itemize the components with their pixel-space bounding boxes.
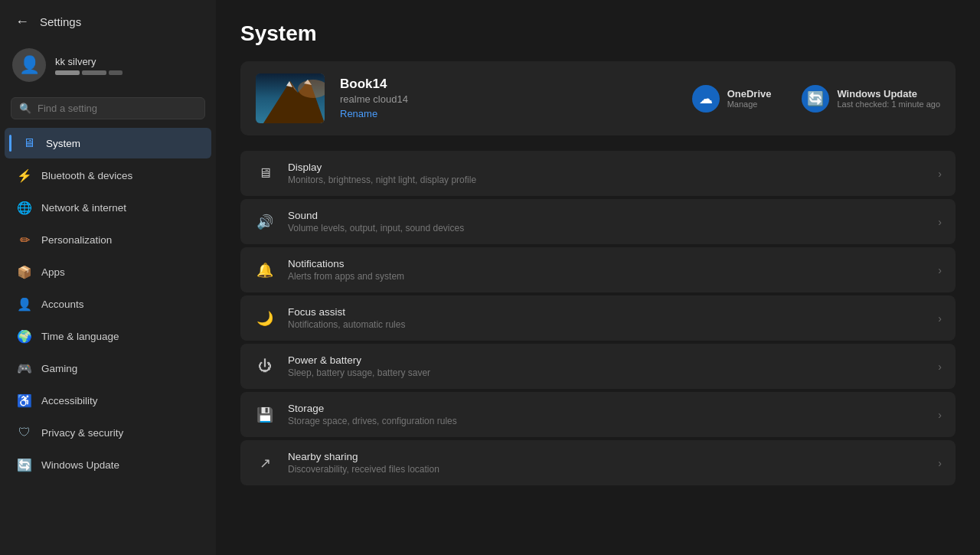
sidebar-item-label: Apps <box>41 266 65 278</box>
sidebar-item-label: Personalization <box>41 234 112 246</box>
sidebar-item-accessibility[interactable]: ♿ Accessibility <box>5 385 211 416</box>
notifications-text: Notifications Alerts from apps and syste… <box>288 258 926 282</box>
display-text: Display Monitors, brightness, night ligh… <box>288 162 926 185</box>
focus-assist-title: Focus assist <box>288 306 926 318</box>
storage-text: Storage Storage space, drives, configura… <box>288 403 926 426</box>
chevron-right-icon: › <box>938 409 942 421</box>
settings-row-sound[interactable]: 🔊 Sound Volume levels, output, input, so… <box>240 199 956 244</box>
notifications-sub: Alerts from apps and system <box>288 271 926 282</box>
sidebar-item-privacy[interactable]: 🛡 Privacy & security <box>5 417 211 448</box>
user-info: kk silvery <box>55 56 122 75</box>
nearby-sharing-sub: Discoverability, received files location <box>288 464 926 475</box>
display-sub: Monitors, brightness, night light, displ… <box>288 175 926 185</box>
notifications-icon: 🔔 <box>254 260 276 281</box>
storage-icon: 💾 <box>254 404 276 426</box>
network-icon: 🌐 <box>17 200 32 215</box>
main-content: System <box>216 0 980 555</box>
update-icon: 🔄 <box>17 457 32 472</box>
power-battery-sub: Sleep, battery usage, battery saver <box>288 367 926 378</box>
mountain-illustration <box>256 73 325 123</box>
settings-row-notifications[interactable]: 🔔 Notifications Alerts from apps and sys… <box>240 247 956 292</box>
settings-row-display[interactable]: 🖥 Display Monitors, brightness, night li… <box>240 151 956 196</box>
settings-row-storage[interactable]: 💾 Storage Storage space, drives, configu… <box>240 392 956 437</box>
display-icon: 🖥 <box>254 163 276 184</box>
accessibility-icon: ♿ <box>17 393 32 408</box>
sidebar-item-accounts[interactable]: 👤 Accounts <box>5 289 211 319</box>
sidebar-item-gaming[interactable]: 🎮 Gaming <box>5 353 211 384</box>
card-actions: ☁ OneDrive Manage 🔄 Windows Update Last … <box>692 85 940 113</box>
device-model: realme cloud14 <box>340 93 677 105</box>
page-title: System <box>240 21 956 46</box>
personalization-icon: ✏ <box>17 232 32 247</box>
settings-row-power-battery[interactable]: ⏻ Power & battery Sleep, battery usage, … <box>240 344 956 389</box>
app-title: Settings <box>40 15 81 28</box>
storage-sub: Storage space, drives, configuration rul… <box>288 416 926 426</box>
display-title: Display <box>288 162 926 173</box>
sidebar-item-apps[interactable]: 📦 Apps <box>5 256 211 287</box>
sound-sub: Volume levels, output, input, sound devi… <box>288 223 926 233</box>
user-bar <box>55 70 122 75</box>
sidebar-item-label: Privacy & security <box>41 427 123 439</box>
sidebar-item-system[interactable]: 🖥 System <box>5 128 211 158</box>
nearby-sharing-text: Nearby sharing Discoverability, received… <box>288 451 926 475</box>
avatar: 👤 <box>12 48 46 82</box>
sidebar: ← Settings 👤 kk silvery 🔍 🖥 System ⚡ Blu… <box>0 0 216 555</box>
focus-assist-sub: Notifications, automatic rules <box>288 319 926 330</box>
bar-segment-3 <box>109 70 122 75</box>
onedrive-action-text: OneDrive Manage <box>727 88 772 109</box>
onedrive-action[interactable]: ☁ OneDrive Manage <box>692 85 772 113</box>
settings-row-nearby-sharing[interactable]: ↗ Nearby sharing Discoverability, receiv… <box>240 440 956 485</box>
system-icon: 🖥 <box>21 135 37 151</box>
settings-row-focus-assist[interactable]: 🌙 Focus assist Notifications, automatic … <box>240 295 956 341</box>
power-battery-icon: ⏻ <box>254 356 276 377</box>
storage-title: Storage <box>288 403 926 414</box>
windows-update-icon: 🔄 <box>802 85 829 113</box>
onedrive-sub: Manage <box>727 100 772 109</box>
bar-segment-2 <box>82 70 106 75</box>
rename-link[interactable]: Rename <box>340 108 377 119</box>
time-icon: 🌍 <box>17 328 32 344</box>
onedrive-icon: ☁ <box>692 85 720 113</box>
device-card: Book14 realme cloud14 Rename ☁ OneDrive … <box>240 61 956 135</box>
sidebar-item-personalization[interactable]: ✏ Personalization <box>5 224 211 255</box>
nearby-sharing-icon: ↗ <box>254 452 276 474</box>
device-info: Book14 realme cloud14 Rename <box>340 77 677 120</box>
sidebar-item-label: System <box>46 138 80 149</box>
notifications-title: Notifications <box>288 258 926 269</box>
nearby-sharing-title: Nearby sharing <box>288 451 926 462</box>
user-name: kk silvery <box>55 56 122 67</box>
power-battery-text: Power & battery Sleep, battery usage, ba… <box>288 354 926 378</box>
bar-segment-1 <box>55 70 80 75</box>
sidebar-item-label: Network & internet <box>41 202 126 214</box>
chevron-right-icon: › <box>938 264 942 276</box>
sidebar-item-label: Time & language <box>41 331 119 342</box>
sidebar-item-windows-update[interactable]: 🔄 Windows Update <box>5 449 211 480</box>
sidebar-item-label: Accessibility <box>41 395 98 406</box>
onedrive-label: OneDrive <box>727 88 772 100</box>
sidebar-item-label: Bluetooth & devices <box>41 170 132 181</box>
chevron-right-icon: › <box>938 312 942 325</box>
search-input[interactable] <box>38 103 197 114</box>
device-image <box>256 73 325 123</box>
user-section[interactable]: 👤 kk silvery <box>0 39 216 91</box>
device-name: Book14 <box>340 77 677 92</box>
focus-assist-icon: 🌙 <box>254 308 276 329</box>
windows-update-action[interactable]: 🔄 Windows Update Last checked: 1 minute … <box>802 85 940 113</box>
windows-update-action-text: Windows Update Last checked: 1 minute ag… <box>837 88 940 109</box>
sidebar-header: ← Settings <box>0 0 216 39</box>
sidebar-item-bluetooth[interactable]: ⚡ Bluetooth & devices <box>5 160 211 191</box>
sidebar-item-label: Windows Update <box>41 459 119 471</box>
settings-list: 🖥 Display Monitors, brightness, night li… <box>240 151 956 485</box>
active-indicator <box>9 135 11 152</box>
sidebar-item-label: Accounts <box>41 299 84 310</box>
sidebar-item-label: Gaming <box>41 363 77 374</box>
search-box[interactable]: 🔍 <box>11 97 205 119</box>
sound-title: Sound <box>288 210 926 221</box>
back-button[interactable]: ← <box>12 11 32 33</box>
chevron-right-icon: › <box>938 457 942 469</box>
sidebar-item-network[interactable]: 🌐 Network & internet <box>5 192 211 223</box>
power-battery-title: Power & battery <box>288 354 926 366</box>
gaming-icon: 🎮 <box>17 361 32 376</box>
sidebar-item-time[interactable]: 🌍 Time & language <box>5 321 211 351</box>
sound-icon: 🔊 <box>254 211 276 233</box>
